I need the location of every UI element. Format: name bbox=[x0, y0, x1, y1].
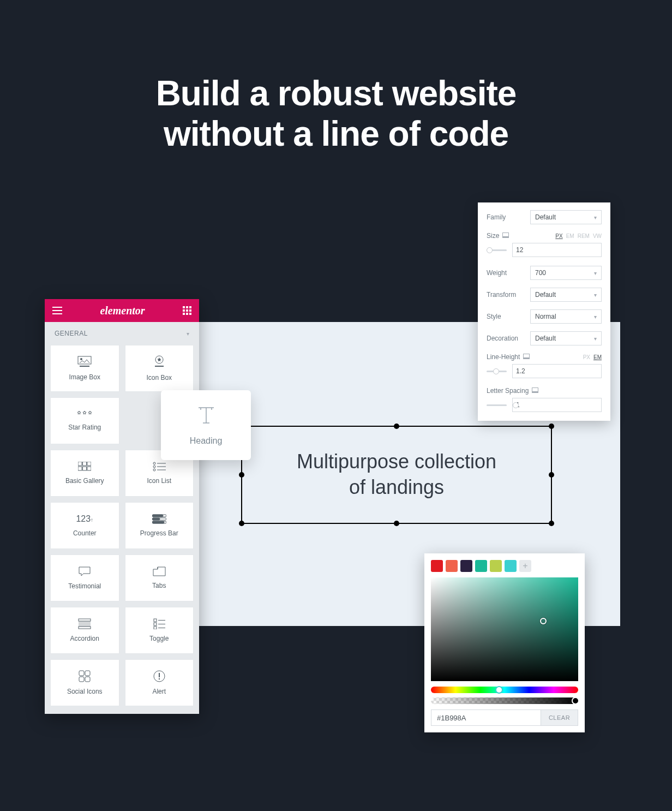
lineheight-slider[interactable] bbox=[487, 371, 507, 372]
lineheight-input[interactable] bbox=[512, 364, 602, 378]
hex-input[interactable] bbox=[431, 709, 541, 726]
swatch-3[interactable] bbox=[460, 560, 472, 572]
svg-point-10 bbox=[80, 358, 82, 360]
svg-rect-35 bbox=[79, 627, 91, 629]
counter-icon: 123↑ bbox=[76, 514, 93, 524]
svg-rect-19 bbox=[87, 467, 91, 470]
svg-rect-2 bbox=[189, 306, 191, 308]
hue-thumb[interactable] bbox=[495, 686, 503, 694]
tabs-icon bbox=[153, 566, 166, 576]
svg-rect-16 bbox=[87, 462, 91, 466]
alpha-slider[interactable] bbox=[431, 697, 578, 704]
transform-label: Transform bbox=[487, 291, 530, 299]
svg-rect-17 bbox=[78, 467, 82, 470]
hero-line2: without a line of code bbox=[0, 114, 672, 154]
widget-label: Icon Box bbox=[146, 374, 172, 381]
canvas-text-line1: Multipurpose collection bbox=[297, 449, 496, 475]
widget-counter[interactable]: 123↑ Counter bbox=[50, 502, 119, 549]
image-box-icon bbox=[77, 356, 92, 368]
menu-icon[interactable] bbox=[52, 307, 62, 314]
heading-card-label: Heading bbox=[190, 436, 223, 446]
clear-color-button[interactable]: CLEAR bbox=[541, 709, 578, 726]
elementor-header: elementor bbox=[45, 299, 199, 322]
lineheight-label: Line-Height bbox=[487, 353, 530, 361]
lineheight-units[interactable]: PX EM bbox=[583, 354, 602, 360]
widget-label: Image Box bbox=[69, 373, 100, 381]
widget-accordion[interactable]: Accordion bbox=[50, 607, 119, 654]
device-icon[interactable] bbox=[532, 387, 538, 393]
widget-basic-gallery[interactable]: Basic Gallery bbox=[50, 450, 119, 497]
weight-select[interactable]: 700▾ bbox=[530, 266, 602, 280]
svg-rect-31 bbox=[152, 521, 164, 523]
size-slider[interactable] bbox=[487, 249, 507, 251]
size-units[interactable]: PX EM REM VW bbox=[555, 233, 602, 239]
svg-rect-5 bbox=[189, 309, 191, 312]
resize-handle-bl[interactable] bbox=[239, 521, 244, 526]
svg-rect-0 bbox=[183, 306, 185, 308]
letterspacing-input[interactable] bbox=[512, 398, 602, 412]
svg-point-24 bbox=[153, 469, 155, 471]
resize-handle-bc[interactable] bbox=[394, 521, 399, 526]
widget-toggle[interactable]: Toggle bbox=[125, 607, 194, 654]
transform-select[interactable]: Default▾ bbox=[530, 288, 602, 302]
swatch-5[interactable] bbox=[490, 560, 502, 572]
widget-progress-bar[interactable]: Progress Bar bbox=[125, 502, 194, 549]
hue-slider[interactable] bbox=[431, 687, 578, 693]
svg-rect-8 bbox=[189, 313, 191, 315]
style-select[interactable]: Normal▾ bbox=[530, 309, 602, 324]
decoration-label: Decoration bbox=[487, 335, 530, 342]
letterspacing-slider[interactable] bbox=[487, 404, 507, 406]
social-icons-icon bbox=[79, 670, 91, 682]
resize-handle-mr[interactable] bbox=[549, 472, 554, 478]
swatch-2[interactable] bbox=[446, 560, 458, 572]
resize-handle-tr[interactable] bbox=[549, 424, 554, 429]
grid-icon[interactable] bbox=[183, 306, 191, 315]
resize-handle-ml[interactable] bbox=[239, 472, 244, 478]
size-input[interactable] bbox=[512, 243, 602, 257]
decoration-select[interactable]: Default▾ bbox=[530, 331, 602, 345]
widget-tabs[interactable]: Tabs bbox=[125, 554, 194, 601]
testimonial-icon bbox=[78, 566, 91, 577]
weight-label: Weight bbox=[487, 269, 530, 277]
swatch-1[interactable] bbox=[431, 560, 443, 572]
progress-bar-icon bbox=[152, 514, 166, 524]
svg-rect-27 bbox=[152, 515, 163, 517]
svg-point-48 bbox=[159, 678, 160, 679]
chevron-down-icon: ▾ bbox=[594, 292, 597, 298]
chevron-down-icon: ▾ bbox=[187, 331, 190, 337]
swatch-4[interactable] bbox=[475, 560, 487, 572]
add-swatch-button[interactable]: + bbox=[519, 560, 531, 572]
widget-social-icons[interactable]: Social Icons bbox=[50, 659, 119, 706]
svg-rect-38 bbox=[154, 623, 157, 625]
svg-rect-34 bbox=[79, 621, 91, 627]
style-label: Style bbox=[487, 313, 530, 320]
svg-rect-18 bbox=[83, 467, 87, 470]
chevron-down-icon: ▾ bbox=[594, 314, 597, 320]
alpha-thumb[interactable] bbox=[572, 697, 579, 705]
section-header-general[interactable]: GENERAL ▾ bbox=[45, 322, 199, 345]
widget-icon-box[interactable]: Icon Box bbox=[125, 345, 194, 392]
star-rating-icon bbox=[76, 410, 93, 418]
sv-cursor[interactable] bbox=[540, 618, 547, 624]
dragged-widget-heading[interactable]: Heading bbox=[161, 390, 251, 460]
widget-alert[interactable]: Alert bbox=[125, 659, 194, 706]
family-select[interactable]: Default▾ bbox=[530, 210, 602, 224]
svg-rect-43 bbox=[85, 671, 90, 676]
widget-star-rating[interactable]: Star Rating bbox=[50, 397, 119, 444]
device-icon[interactable] bbox=[523, 354, 530, 359]
saturation-value-box[interactable] bbox=[431, 577, 578, 681]
resize-handle-tc[interactable] bbox=[394, 424, 399, 429]
svg-rect-29 bbox=[152, 518, 160, 520]
widget-label: Tabs bbox=[152, 582, 166, 589]
resize-handle-br[interactable] bbox=[549, 521, 554, 526]
device-icon[interactable] bbox=[502, 232, 509, 238]
swatch-6[interactable] bbox=[505, 560, 517, 572]
selected-heading-element[interactable]: Multipurpose collection of landings bbox=[241, 426, 552, 524]
widget-testimonial[interactable]: Testimonial bbox=[50, 554, 119, 601]
canvas-text-line2: of landings bbox=[297, 475, 496, 500]
widget-image-box[interactable]: Image Box bbox=[50, 345, 119, 392]
svg-rect-6 bbox=[183, 313, 185, 315]
svg-rect-15 bbox=[83, 462, 87, 466]
typography-panel: Family Default▾ Size PX EM REM VW Weight… bbox=[478, 202, 610, 421]
elementor-brand: elementor bbox=[100, 305, 145, 317]
